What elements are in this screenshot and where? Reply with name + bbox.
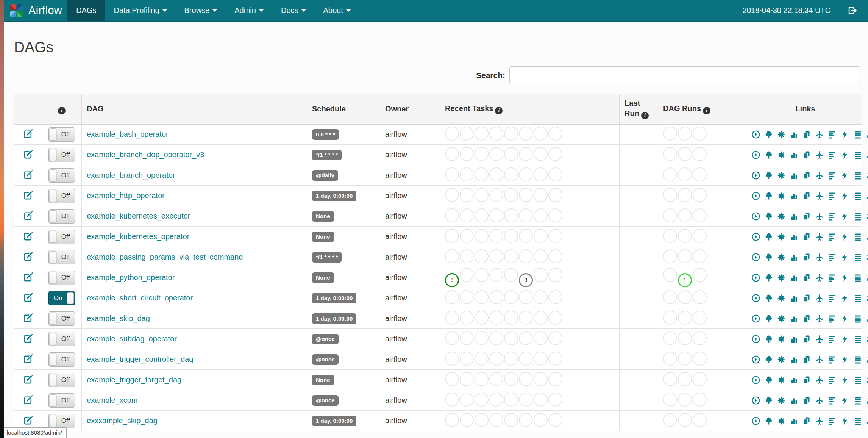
edit-dag-icon[interactable] <box>23 149 33 159</box>
landing-times-icon[interactable] <box>815 212 824 221</box>
edit-dag-icon[interactable] <box>23 128 33 139</box>
task-duration-icon[interactable] <box>790 294 799 303</box>
task-tries-icon[interactable] <box>802 416 811 425</box>
gantt-view-icon[interactable] <box>827 416 837 425</box>
gantt-view-icon[interactable] <box>827 375 837 385</box>
task-tries-icon[interactable] <box>802 314 811 323</box>
graph-view-icon[interactable] <box>777 396 786 405</box>
tree-view-icon[interactable] <box>764 335 773 344</box>
dag-toggle[interactable]: Off <box>48 271 75 285</box>
edit-dag-icon[interactable] <box>23 374 33 384</box>
tree-view-icon[interactable] <box>764 212 773 221</box>
task-duration-icon[interactable] <box>790 355 799 364</box>
gantt-view-icon[interactable] <box>827 396 837 405</box>
dag-run-circle[interactable]: 1 <box>678 273 692 287</box>
task-tries-icon[interactable] <box>802 335 811 344</box>
logs-icon[interactable] <box>853 232 862 241</box>
graph-view-icon[interactable] <box>777 335 786 344</box>
dag-toggle[interactable]: On <box>48 291 75 305</box>
task-tries-icon[interactable] <box>802 294 811 303</box>
trigger-dag-icon[interactable] <box>751 171 760 180</box>
logout-icon[interactable] <box>847 5 857 16</box>
landing-times-icon[interactable] <box>815 150 824 160</box>
dag-link[interactable]: example_subdag_operator <box>87 335 177 343</box>
edit-dag-icon[interactable] <box>23 210 33 221</box>
tree-view-icon[interactable] <box>764 171 773 180</box>
tree-view-icon[interactable] <box>764 314 773 323</box>
task-duration-icon[interactable] <box>790 171 799 180</box>
gantt-view-icon[interactable] <box>827 253 837 262</box>
task-duration-icon[interactable] <box>790 416 799 425</box>
logs-icon[interactable] <box>853 212 862 221</box>
dag-toggle[interactable]: Off <box>48 209 75 224</box>
tree-view-icon[interactable] <box>764 375 773 385</box>
landing-times-icon[interactable] <box>815 273 824 282</box>
code-view-icon[interactable] <box>840 396 849 405</box>
landing-times-icon[interactable] <box>815 416 824 425</box>
edit-dag-icon[interactable] <box>23 415 33 425</box>
tree-view-icon[interactable] <box>764 253 773 262</box>
refresh-icon[interactable] <box>866 212 868 221</box>
refresh-icon[interactable] <box>866 232 868 241</box>
dag-toggle[interactable]: Off <box>48 373 75 387</box>
gantt-view-icon[interactable] <box>827 150 837 160</box>
landing-times-icon[interactable] <box>815 253 824 262</box>
dag-toggle[interactable]: Off <box>48 311 75 326</box>
dag-link[interactable]: example_kubernetes_operator <box>87 232 189 241</box>
trigger-dag-icon[interactable] <box>751 253 760 262</box>
trigger-dag-icon[interactable] <box>751 314 760 323</box>
dag-link[interactable]: example_branch_dop_operator_v3 <box>87 150 204 159</box>
task-duration-icon[interactable] <box>790 273 799 282</box>
dag-link[interactable]: example_trigger_controller_dag <box>87 355 193 363</box>
dag-toggle[interactable]: Off <box>48 168 75 183</box>
task-duration-icon[interactable] <box>790 191 799 200</box>
task-tries-icon[interactable] <box>802 150 811 160</box>
graph-view-icon[interactable] <box>777 355 786 364</box>
task-state-circle[interactable]: 3 <box>445 273 459 287</box>
dag-toggle[interactable]: Off <box>48 250 75 264</box>
tree-view-icon[interactable] <box>764 396 773 405</box>
dag-toggle[interactable]: Off <box>48 230 75 244</box>
landing-times-icon[interactable] <box>815 130 824 139</box>
graph-view-icon[interactable] <box>777 375 786 385</box>
gantt-view-icon[interactable] <box>827 130 837 139</box>
gantt-view-icon[interactable] <box>827 171 837 180</box>
edit-dag-icon[interactable] <box>23 169 33 180</box>
dag-toggle[interactable]: Off <box>48 189 75 203</box>
logs-icon[interactable] <box>853 335 862 344</box>
graph-view-icon[interactable] <box>777 130 786 139</box>
edit-dag-icon[interactable] <box>23 313 33 323</box>
landing-times-icon[interactable] <box>815 355 824 364</box>
gantt-view-icon[interactable] <box>827 212 837 221</box>
logs-icon[interactable] <box>853 273 862 282</box>
code-view-icon[interactable] <box>840 375 849 385</box>
edit-dag-icon[interactable] <box>23 394 33 405</box>
refresh-icon[interactable] <box>866 396 868 405</box>
code-view-icon[interactable] <box>840 335 849 344</box>
code-view-icon[interactable] <box>840 355 849 364</box>
trigger-dag-icon[interactable] <box>751 150 760 160</box>
tree-view-icon[interactable] <box>764 416 773 425</box>
nav-item-data-profiling[interactable]: Data Profiling <box>105 0 175 21</box>
dag-link[interactable]: example_python_operator <box>87 273 175 282</box>
edit-dag-icon[interactable] <box>23 231 33 241</box>
graph-view-icon[interactable] <box>777 314 786 323</box>
landing-times-icon[interactable] <box>815 375 824 385</box>
logs-icon[interactable] <box>853 150 862 160</box>
task-duration-icon[interactable] <box>790 253 799 262</box>
code-view-icon[interactable] <box>840 150 849 160</box>
dag-link[interactable]: example_passing_params_via_test_command <box>87 253 243 261</box>
task-duration-icon[interactable] <box>790 130 799 139</box>
refresh-icon[interactable] <box>866 335 868 344</box>
landing-times-icon[interactable] <box>815 191 824 200</box>
task-tries-icon[interactable] <box>802 130 811 139</box>
tree-view-icon[interactable] <box>764 355 773 364</box>
nav-item-browse[interactable]: Browse <box>176 0 226 21</box>
landing-times-icon[interactable] <box>815 314 824 323</box>
tree-view-icon[interactable] <box>764 294 773 303</box>
task-duration-icon[interactable] <box>790 150 799 160</box>
logs-icon[interactable] <box>853 416 862 425</box>
dag-link[interactable]: exxxample_skip_dag <box>87 416 158 425</box>
dag-link[interactable]: example_trigger_target_dag <box>87 375 181 384</box>
gantt-view-icon[interactable] <box>827 191 837 200</box>
